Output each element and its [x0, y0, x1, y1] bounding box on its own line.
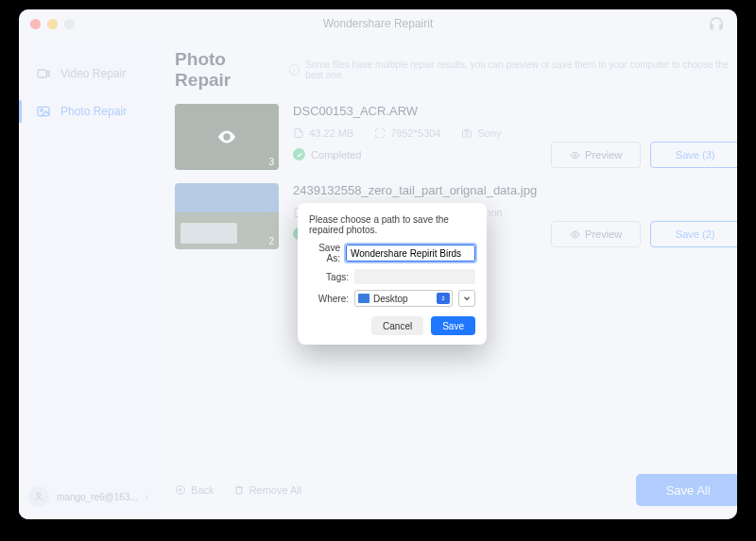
where-select[interactable]: Desktop: [354, 290, 453, 307]
app-window: Wondershare Repairit Video Repair Photo …: [19, 9, 737, 519]
tags-label: Tags:: [309, 272, 349, 282]
save-dialog: Please choose a path to save the repaire…: [298, 203, 487, 345]
tags-input[interactable]: [354, 269, 475, 284]
dropdown-arrows-icon: [437, 293, 450, 304]
save-as-input[interactable]: [346, 245, 475, 262]
expand-dialog-button[interactable]: [458, 290, 475, 307]
where-label: Where:: [309, 294, 349, 304]
save-as-label: Save As:: [309, 243, 340, 263]
where-value: Desktop: [373, 294, 408, 304]
dialog-cancel-button[interactable]: Cancel: [371, 316, 423, 335]
dialog-save-button[interactable]: Save: [431, 316, 475, 335]
dialog-prompt: Please choose a path to save the repaire…: [309, 214, 475, 235]
folder-icon: [358, 294, 369, 303]
